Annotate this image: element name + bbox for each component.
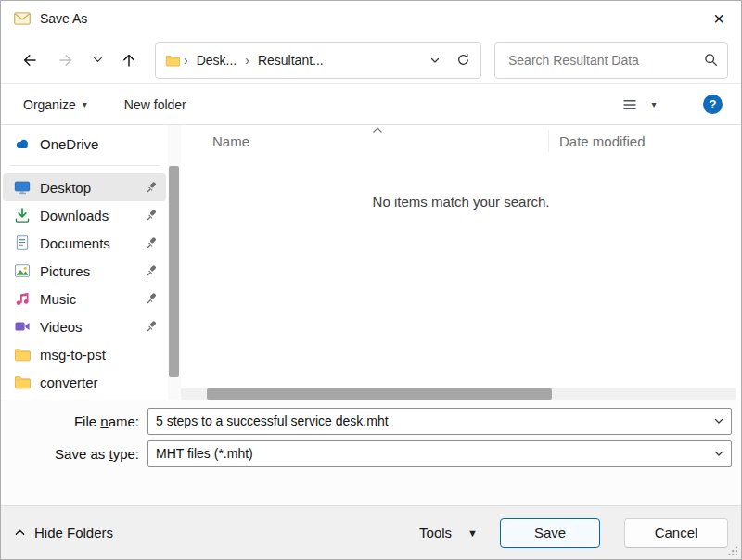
view-options-dropdown-button[interactable]: ▾ [642, 92, 666, 118]
new-folder-button[interactable]: New folder [124, 97, 186, 112]
folder-icon [14, 374, 31, 390]
file-name-combobox [147, 408, 732, 435]
column-header-date-modified[interactable]: Date modified [559, 134, 646, 149]
chevron-down-icon [429, 55, 441, 66]
back-button[interactable] [14, 45, 45, 76]
forward-arrow-icon [58, 52, 74, 69]
chevron-down-icon: ▼ [467, 528, 478, 539]
sidebar-item-pictures[interactable]: Pictures [3, 257, 166, 285]
refresh-button[interactable] [449, 45, 477, 75]
folder-icon [14, 346, 31, 363]
empty-list-message: No items match your search. [181, 194, 741, 210]
sidebar-item-documents[interactable]: Documents [3, 229, 166, 257]
pin-icon [145, 292, 159, 306]
search-icon[interactable] [704, 53, 718, 67]
search-box [494, 42, 728, 79]
recent-locations-button[interactable] [86, 45, 109, 76]
cancel-button[interactable]: Cancel [624, 518, 728, 548]
horizontal-scrollbar[interactable] [181, 388, 736, 400]
view-options-button[interactable] [618, 92, 642, 118]
close-button[interactable]: × [697, 1, 741, 36]
up-button[interactable] [113, 45, 145, 76]
sidebar-item-msg-to-pst[interactable]: msg-to-pst [3, 340, 166, 368]
breadcrumb-item-resultant-data[interactable]: Resultant... [253, 53, 328, 68]
details-view-icon [622, 97, 637, 112]
sidebar-item-desktop[interactable]: Desktop [3, 173, 166, 201]
navigation-toolbar: › Desk... › Resultant... [1, 36, 741, 84]
sidebar-item-label: Documents [40, 235, 110, 251]
sidebar-item-music[interactable]: Music [3, 285, 166, 312]
onedrive-icon [14, 135, 31, 152]
breadcrumb-separator-icon: › [180, 53, 192, 68]
address-bar[interactable]: › Desk... › Resultant... [155, 42, 481, 79]
sidebar-item-label: Downloads [40, 208, 109, 223]
sidebar-item-converter[interactable]: converter [3, 368, 166, 396]
file-fields-section: File name: Save as type: MHT files (*.mh… [1, 400, 741, 505]
search-input[interactable] [506, 52, 698, 69]
chevron-down-icon: ▾ [651, 99, 656, 109]
hide-folders-button[interactable]: Hide Folders [14, 525, 113, 541]
pictures-icon [14, 262, 31, 279]
sidebar-item-downloads[interactable]: Downloads [3, 201, 166, 229]
breadcrumb-separator-icon: › [241, 53, 253, 68]
sidebar-item-onedrive[interactable]: OneDrive [3, 130, 166, 158]
pin-icon [145, 264, 159, 278]
sidebar-item-label: Videos [40, 319, 83, 335]
sidebar-item-label: Pictures [40, 263, 90, 279]
column-headers: Name Date modified [181, 125, 741, 157]
file-name-dropdown-button[interactable] [707, 409, 731, 434]
column-header-name[interactable]: Name [212, 134, 249, 149]
tools-button[interactable]: Tools ▼ [419, 525, 478, 541]
resize-grip[interactable] [727, 545, 738, 556]
downloads-icon [14, 207, 31, 223]
documents-icon [14, 235, 31, 251]
pin-icon [145, 236, 159, 250]
sidebar-item-label: Desktop [40, 180, 91, 196]
sidebar-item-videos[interactable]: Videos [3, 312, 166, 340]
pin-icon [145, 209, 159, 223]
new-folder-label: New folder [124, 97, 186, 112]
titlebar: Save As × [1, 1, 741, 36]
footer-bar: Hide Folders Tools ▼ Save Cancel [1, 505, 741, 559]
pin-icon [145, 320, 159, 334]
back-arrow-icon [21, 52, 38, 69]
chevron-down-icon: ▾ [83, 99, 87, 109]
file-name-input[interactable] [148, 414, 707, 428]
tools-label: Tools [419, 525, 452, 541]
sidebar-item-label: OneDrive [40, 136, 98, 152]
mail-file-icon [14, 12, 31, 25]
sidebar-separator [10, 165, 159, 166]
save-as-type-label: Save as type: [1, 446, 147, 462]
save-as-type-value: MHT files (*.mht) [148, 446, 707, 461]
horizontal-scrollbar-thumb[interactable] [207, 388, 552, 400]
sidebar-item-label: msg-to-pst [40, 347, 106, 363]
save-as-type-select[interactable]: MHT files (*.mht) [147, 440, 732, 467]
up-arrow-icon [121, 52, 137, 69]
chevron-down-icon [707, 441, 731, 466]
sidebar-item-label: converter [40, 375, 98, 390]
window-title: Save As [40, 11, 87, 26]
vertical-scrollbar[interactable] [168, 125, 181, 400]
address-dropdown-button[interactable] [421, 45, 449, 75]
breadcrumb-item-desktop[interactable]: Desk... [192, 53, 242, 68]
chevron-down-icon [713, 415, 724, 426]
chevron-down-icon [92, 54, 104, 66]
organize-button[interactable]: Organize ▾ [23, 97, 87, 112]
help-button[interactable]: ? [703, 95, 723, 114]
desktop-icon [14, 179, 31, 196]
forward-button[interactable] [50, 45, 82, 76]
folder-icon [165, 53, 180, 68]
music-icon [14, 290, 31, 307]
command-bar: Organize ▾ New folder ▾ ? [1, 84, 741, 125]
file-name-label: File name: [1, 414, 147, 429]
help-icon: ? [710, 97, 717, 111]
command-bar-right: ▾ ? [618, 92, 723, 118]
close-icon: × [713, 8, 724, 30]
pin-icon [145, 181, 159, 195]
chevron-up-icon [14, 527, 26, 539]
vertical-scrollbar-thumb[interactable] [169, 166, 179, 377]
file-list-pane: Name Date modified No items match your s… [181, 125, 741, 400]
file-name-row: File name: [1, 407, 741, 435]
dialog-body: OneDrive Desktop Downloads Documents Pic… [1, 125, 741, 400]
save-button[interactable]: Save [500, 518, 600, 548]
